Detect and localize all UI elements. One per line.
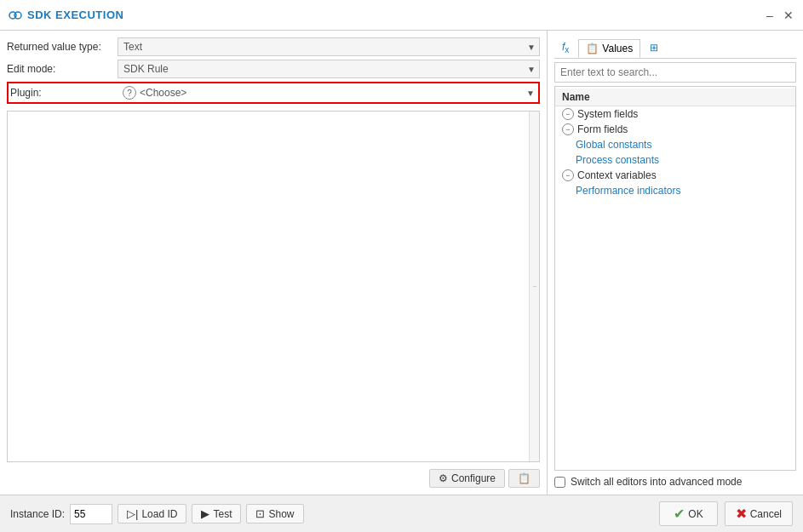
expand-system-fields[interactable]: − (562, 108, 574, 120)
tree-item-form-fields[interactable]: − Form fields (555, 122, 795, 137)
values-tab-icon: 📋 (586, 43, 599, 54)
returned-value-row: Returned value type: Text ▼ (7, 37, 540, 56)
bottom-left: Instance ID: ▷| Load ID ▶ Test ⊡ Show (10, 504, 304, 524)
tree-item-system-fields[interactable]: − System fields (555, 106, 795, 122)
scroll-indicator: ··· (533, 283, 536, 290)
table-icon: ⊞ (650, 42, 658, 54)
system-fields-label: System fields (577, 108, 638, 120)
tree-item-performance-indicators[interactable]: Performance indicators (555, 183, 795, 198)
configure-icon: ⚙ (439, 472, 448, 484)
ok-icon: ✔ (674, 506, 685, 522)
tab-table[interactable]: ⊞ (642, 38, 666, 57)
left-panel: Returned value type: Text ▼ Edit mode: S… (0, 31, 548, 495)
test-button[interactable]: ▶ Test (192, 504, 241, 523)
tab-fx[interactable]: fx (554, 37, 576, 58)
right-tabs: fx 📋 Values ⊞ (554, 37, 796, 59)
right-panel: fx 📋 Values ⊞ Name − System fields − For… (548, 31, 803, 495)
window-title: SDK EXECUTION (27, 9, 123, 21)
load-id-label: Load ID (141, 508, 177, 520)
close-button[interactable]: ✕ (783, 9, 794, 21)
show-button[interactable]: ⊡ Show (246, 504, 303, 523)
form-fields-label: Form fields (577, 123, 628, 135)
advanced-mode-label: Switch all editors into advanced mode (571, 476, 742, 488)
plugin-label: Plugin: (9, 87, 119, 99)
plugin-row: Plugin: ? <Choose> ▼ (7, 82, 540, 104)
plugin-arrow: ▼ (526, 89, 535, 98)
expand-context-variables[interactable]: − (562, 169, 574, 181)
svg-point-1 (14, 12, 21, 19)
bottom-right: ✔ OK ✖ Cancel (659, 501, 793, 526)
fx-icon: fx (562, 41, 569, 54)
performance-indicators-label: Performance indicators (576, 185, 680, 197)
load-id-button[interactable]: ▷| Load ID (118, 504, 186, 523)
bottom-bar: Instance ID: ▷| Load ID ▶ Test ⊡ Show ✔ … (0, 495, 803, 532)
returned-value-select[interactable]: Text (123, 38, 534, 55)
load-id-icon: ▷| (127, 507, 138, 520)
tree-list: Name − System fields − Form fields Globa… (554, 86, 796, 471)
plugin-select[interactable]: <Choose> (140, 87, 535, 99)
global-constants-label: Global constants (576, 139, 651, 151)
expand-form-fields[interactable]: − (562, 123, 574, 135)
switch-row: Switch all editors into advanced mode (554, 471, 796, 488)
tree-item-context-variables[interactable]: − Context variables (555, 168, 795, 183)
main-content: Returned value type: Text ▼ Edit mode: S… (0, 31, 803, 495)
edit-mode-select[interactable]: SDK Rule (123, 60, 534, 77)
show-label: Show (268, 508, 294, 520)
advanced-mode-checkbox[interactable] (554, 477, 565, 488)
instance-id-label: Instance ID: (10, 508, 65, 520)
tree-item-process-constants[interactable]: Process constants (555, 152, 795, 168)
left-toolbar: ⚙ Configure 📋 (7, 466, 540, 488)
test-icon: ▶ (201, 507, 209, 520)
returned-value-label: Returned value type: (7, 41, 118, 53)
configure-button[interactable]: ⚙ Configure (429, 469, 505, 488)
test-label: Test (213, 508, 232, 520)
ok-label: OK (688, 508, 703, 520)
returned-value-control[interactable]: Text ▼ (118, 37, 540, 56)
tree-header: Name (555, 89, 795, 106)
search-input[interactable] (554, 62, 796, 83)
title-bar-left: SDK EXECUTION (9, 9, 123, 22)
sdk-icon (9, 9, 22, 22)
plugin-control[interactable]: ? <Choose> ▼ (119, 83, 538, 102)
editor-area[interactable]: ··· (7, 111, 540, 462)
cancel-label: Cancel (750, 508, 782, 520)
title-bar: SDK EXECUTION – ✕ (0, 0, 803, 31)
editor-scrollbar[interactable]: ··· (529, 112, 539, 461)
context-variables-label: Context variables (577, 169, 657, 181)
copy-icon: 📋 (518, 472, 531, 484)
minimize-button[interactable]: – (764, 9, 776, 21)
tab-values[interactable]: 📋 Values (578, 39, 640, 58)
window-controls: – ✕ (764, 9, 794, 21)
instance-id-input[interactable] (70, 504, 112, 524)
edit-mode-control[interactable]: SDK Rule ▼ (118, 60, 540, 78)
copy-button[interactable]: 📋 (508, 469, 540, 488)
cancel-button[interactable]: ✖ Cancel (725, 501, 793, 526)
values-tab-label: Values (602, 43, 633, 54)
tree-item-global-constants[interactable]: Global constants (555, 137, 795, 152)
cancel-icon: ✖ (736, 506, 747, 522)
edit-mode-label: Edit mode: (7, 63, 118, 75)
edit-mode-row: Edit mode: SDK Rule ▼ (7, 60, 540, 78)
configure-label: Configure (451, 472, 496, 484)
process-constants-label: Process constants (576, 154, 659, 166)
show-icon: ⊡ (255, 507, 265, 520)
plugin-help-icon[interactable]: ? (123, 86, 136, 100)
ok-button[interactable]: ✔ OK (659, 501, 717, 526)
